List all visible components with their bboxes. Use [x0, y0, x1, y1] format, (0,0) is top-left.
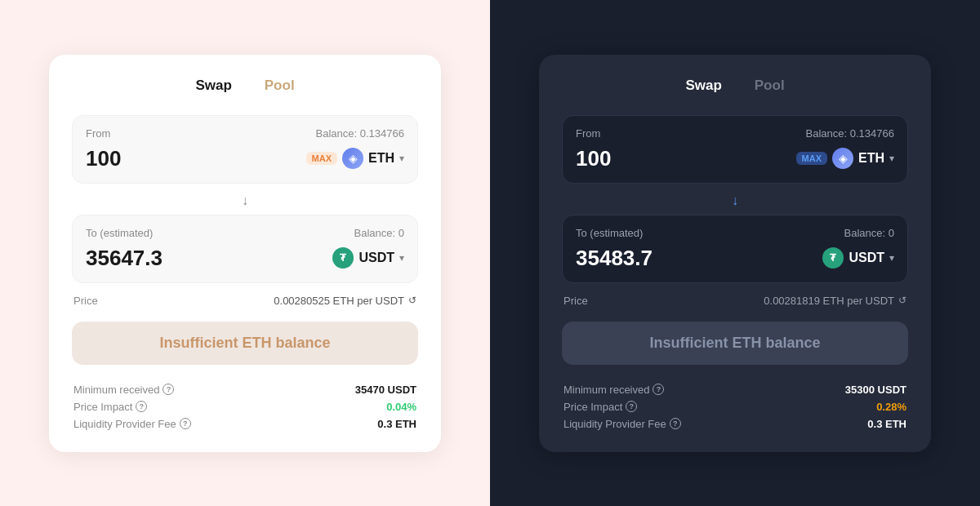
swap-card-light: Swap Pool From Balance: 0.134766 MAX ◈ E… [49, 55, 441, 452]
price-impact-label-light: Price Impact ? [74, 401, 147, 413]
from-amount-input-light[interactable] [86, 146, 216, 171]
price-label-dark: Price [564, 295, 588, 307]
from-token-selector-light[interactable]: MAX ◈ ETH ▾ [306, 148, 404, 169]
to-amount-input-light[interactable] [86, 246, 216, 271]
max-button-light[interactable]: MAX [306, 152, 337, 165]
lp-fee-label-dark: Liquidity Provider Fee ? [564, 418, 681, 430]
swap-card-dark: Swap Pool From Balance: 0.134766 MAX ◈ E… [539, 55, 931, 452]
info-rows-dark: Minimum received ? 35300 USDT Price Impa… [562, 381, 908, 433]
max-button-dark[interactable]: MAX [796, 152, 827, 165]
price-row-light: Price 0.00280525 ETH per USDT ↺ [72, 286, 418, 315]
swap-arrow-light[interactable]: ↓ [72, 187, 418, 215]
light-panel: Swap Pool From Balance: 0.134766 MAX ◈ E… [0, 0, 490, 506]
from-token-name-light: ETH [368, 151, 394, 166]
to-token-selector-light[interactable]: ₮ USDT ▾ [332, 247, 404, 269]
price-row-dark: Price 0.00281819 ETH per USDT ↺ [562, 286, 908, 315]
to-token-selector-dark[interactable]: ₮ USDT ▾ [822, 247, 894, 269]
tab-swap-dark[interactable]: Swap [685, 78, 721, 95]
to-section-light: To (estimated) Balance: 0 ₮ USDT ▾ [72, 215, 418, 283]
from-token-name-dark: ETH [858, 151, 884, 166]
usdt-icon-dark: ₮ [822, 247, 844, 269]
from-token-selector-dark[interactable]: MAX ◈ ETH ▾ [796, 148, 894, 169]
to-balance-light: Balance: 0 [354, 227, 404, 239]
swap-arrow-dark[interactable]: ↓ [562, 187, 908, 215]
from-section-dark: From Balance: 0.134766 MAX ◈ ETH ▾ [562, 115, 908, 184]
to-amount-input-dark[interactable] [576, 246, 706, 271]
from-section-light: From Balance: 0.134766 MAX ◈ ETH ▾ [72, 115, 418, 184]
price-impact-help-dark[interactable]: ? [626, 401, 637, 412]
min-received-help-dark[interactable]: ? [653, 384, 664, 395]
from-balance-dark: Balance: 0.134766 [806, 127, 894, 140]
min-received-label-dark: Minimum received ? [564, 384, 664, 396]
lp-fee-value-light: 0.3 ETH [377, 418, 416, 430]
tabs-dark: Swap Pool [562, 78, 908, 95]
lp-fee-row-light: Liquidity Provider Fee ? 0.3 ETH [74, 415, 416, 433]
min-received-value-dark: 35300 USDT [845, 384, 906, 396]
min-received-help-light[interactable]: ? [163, 384, 174, 395]
to-chevron-dark: ▾ [889, 252, 894, 264]
price-impact-row-dark: Price Impact ? 0.28% [564, 398, 906, 415]
lp-fee-row-dark: Liquidity Provider Fee ? 0.3 ETH [564, 415, 906, 433]
from-label-dark: From [576, 127, 600, 140]
lp-fee-value-dark: 0.3 ETH [867, 418, 906, 430]
refresh-icon-light[interactable]: ↺ [408, 295, 416, 306]
usdt-icon-light: ₮ [332, 247, 354, 269]
price-impact-help-light[interactable]: ? [136, 401, 147, 412]
min-received-label-light: Minimum received ? [74, 384, 174, 396]
price-impact-row-light: Price Impact ? 0.04% [74, 398, 416, 415]
to-label-light: To (estimated) [86, 227, 153, 239]
from-label-light: From [86, 127, 110, 140]
to-token-name-dark: USDT [849, 251, 884, 265]
lp-fee-label-light: Liquidity Provider Fee ? [74, 418, 191, 430]
lp-fee-help-light[interactable]: ? [180, 418, 191, 429]
from-amount-input-dark[interactable] [576, 146, 706, 171]
to-chevron-light: ▾ [399, 252, 404, 264]
to-label-dark: To (estimated) [576, 227, 643, 239]
price-value-dark: 0.00281819 ETH per USDT ↺ [764, 295, 906, 307]
price-impact-value-light: 0.04% [386, 401, 416, 413]
from-balance-light: Balance: 0.134766 [316, 127, 404, 140]
tabs-light: Swap Pool [72, 78, 418, 95]
to-section-dark: To (estimated) Balance: 0 ₮ USDT ▾ [562, 215, 908, 283]
dark-panel: Swap Pool From Balance: 0.134766 MAX ◈ E… [490, 0, 980, 506]
insufficient-button-light[interactable]: Insufficient ETH balance [72, 322, 418, 365]
price-impact-value-dark: 0.28% [876, 401, 906, 413]
insufficient-button-dark[interactable]: Insufficient ETH balance [562, 322, 908, 365]
min-received-value-light: 35470 USDT [355, 384, 416, 396]
lp-fee-help-dark[interactable]: ? [670, 418, 681, 429]
info-rows-light: Minimum received ? 35470 USDT Price Impa… [72, 381, 418, 433]
tab-pool-light[interactable]: Pool [265, 78, 295, 95]
from-chevron-light: ▾ [399, 153, 404, 164]
tab-swap-light[interactable]: Swap [195, 78, 231, 95]
price-label-light: Price [74, 295, 98, 307]
from-chevron-dark: ▾ [889, 153, 894, 164]
to-balance-dark: Balance: 0 [844, 227, 894, 239]
min-received-row-light: Minimum received ? 35470 USDT [74, 381, 416, 398]
min-received-row-dark: Minimum received ? 35300 USDT [564, 381, 906, 398]
eth-icon-dark: ◈ [832, 148, 853, 169]
refresh-icon-dark[interactable]: ↺ [898, 295, 906, 306]
price-impact-label-dark: Price Impact ? [564, 401, 637, 413]
to-token-name-light: USDT [359, 251, 394, 265]
price-value-light: 0.00280525 ETH per USDT ↺ [274, 295, 416, 307]
tab-pool-dark[interactable]: Pool [755, 78, 785, 95]
eth-icon-light: ◈ [342, 148, 363, 169]
